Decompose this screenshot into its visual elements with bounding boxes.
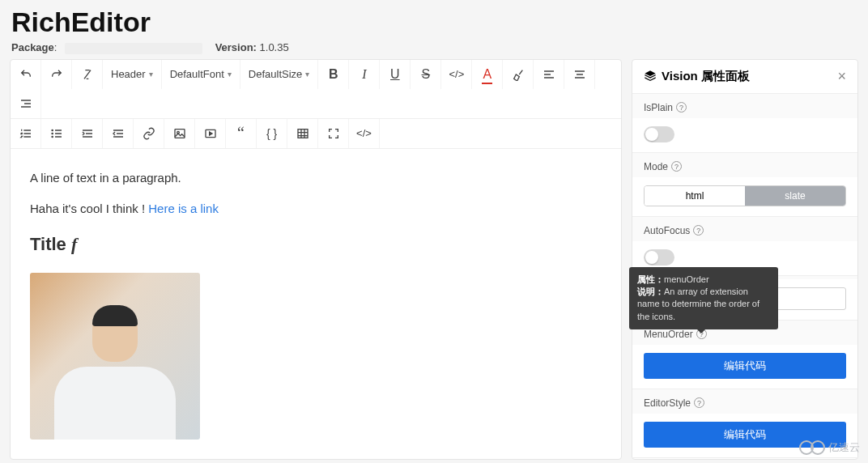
- editor-container: Header▾ DefaultFont▾ DefaultSize▾ B I U …: [10, 59, 622, 460]
- isplain-toggle[interactable]: [644, 126, 674, 142]
- align-right-button[interactable]: [11, 89, 41, 118]
- indent-button[interactable]: [72, 119, 103, 148]
- content-link[interactable]: Here is a link: [148, 202, 219, 215]
- mode-segmented[interactable]: html slate: [644, 185, 846, 206]
- clear-format-button[interactable]: [72, 60, 103, 89]
- editor-content[interactable]: A line of text in a paragraph. Haha it's…: [11, 149, 621, 459]
- font-dropdown[interactable]: DefaultFont▾: [162, 60, 240, 89]
- edit-code-button[interactable]: 编辑代码: [644, 353, 846, 379]
- outdent-button[interactable]: [103, 119, 134, 148]
- prop-label-isplain: IsPlain?: [644, 100, 846, 113]
- image-button[interactable]: [164, 119, 195, 148]
- strike-button[interactable]: S: [411, 60, 441, 89]
- align-center-button[interactable]: [564, 60, 595, 89]
- align-left-button[interactable]: [534, 60, 564, 89]
- toolbar: Header▾ DefaultFont▾ DefaultSize▾ B I U …: [11, 60, 621, 149]
- code-inline-button[interactable]: </>: [441, 60, 472, 89]
- watermark-logo-icon: [811, 440, 825, 455]
- code-block-button[interactable]: { }: [257, 119, 287, 148]
- svg-rect-3: [175, 129, 185, 138]
- highlight-button[interactable]: [503, 60, 534, 89]
- redo-button[interactable]: [41, 60, 72, 89]
- mode-option-slate[interactable]: slate: [745, 186, 845, 206]
- help-icon[interactable]: ?: [693, 225, 704, 236]
- video-button[interactable]: [195, 119, 226, 148]
- mode-option-html[interactable]: html: [645, 186, 745, 206]
- layers-icon: [644, 70, 657, 83]
- panel-title: Vision 属性面板: [644, 69, 750, 84]
- svg-rect-6: [298, 129, 308, 138]
- underline-button[interactable]: U: [380, 60, 411, 89]
- content-image[interactable]: [30, 273, 200, 440]
- size-dropdown[interactable]: DefaultSize▾: [240, 60, 318, 89]
- paragraph-line[interactable]: Haha it's cool I think ! Here is a link: [30, 199, 602, 219]
- properties-panel: Vision 属性面板 × IsPlain? Mode? html slate …: [632, 59, 858, 460]
- package-meta: Package: Version: 1.0.35: [11, 41, 857, 54]
- undo-button[interactable]: [11, 60, 41, 89]
- help-icon[interactable]: ?: [676, 102, 687, 113]
- bold-button[interactable]: B: [318, 60, 349, 89]
- help-icon[interactable]: ?: [694, 397, 704, 408]
- link-button[interactable]: [134, 119, 164, 148]
- quote-button[interactable]: “: [226, 119, 257, 148]
- svg-point-2: [52, 136, 53, 137]
- help-icon[interactable]: ?: [671, 161, 682, 172]
- table-button[interactable]: [287, 119, 318, 148]
- app-title: RichEditor: [11, 6, 857, 38]
- unordered-list-button[interactable]: [41, 119, 72, 148]
- header-dropdown[interactable]: Header▾: [103, 60, 162, 89]
- source-button[interactable]: </>: [349, 119, 380, 148]
- close-icon[interactable]: ×: [837, 68, 846, 85]
- text-color-button[interactable]: A: [472, 60, 503, 89]
- prop-label-editorstyle: EditorStyle?: [644, 396, 846, 409]
- watermark: 亿速云: [799, 440, 860, 455]
- ordered-list-button[interactable]: [11, 119, 41, 148]
- autofocus-toggle[interactable]: [644, 249, 674, 265]
- paragraph-line[interactable]: A line of text in a paragraph.: [30, 168, 602, 188]
- prop-label-autofocus: AutoFocus?: [644, 223, 846, 236]
- content-heading[interactable]: Title f: [30, 230, 602, 258]
- package-value-blurred: [65, 43, 202, 54]
- fullscreen-button[interactable]: [318, 119, 349, 148]
- prop-label-mode: Mode?: [644, 159, 846, 172]
- tooltip: 属性：menuOrder 说明：An array of extension na…: [629, 267, 778, 330]
- svg-point-0: [52, 130, 53, 130]
- svg-point-1: [52, 133, 53, 134]
- italic-button[interactable]: I: [349, 60, 380, 89]
